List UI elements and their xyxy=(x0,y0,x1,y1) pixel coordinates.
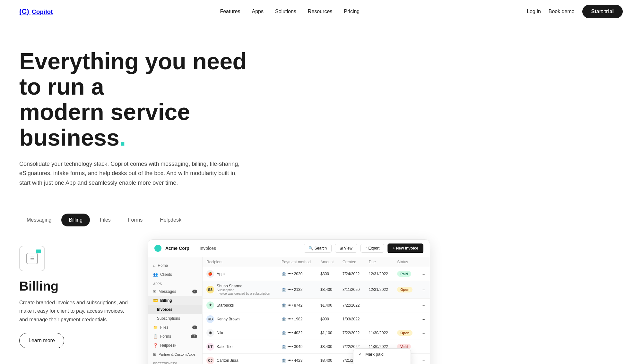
tab-files[interactable]: Files xyxy=(92,214,118,226)
cell-amount: $300 xyxy=(317,267,339,281)
app-sidebar: ⌂ Home 👥 Clients Apps ✉ Messages 4 💳 xyxy=(148,257,203,364)
sidebar-invoices[interactable]: Invoices xyxy=(148,305,202,314)
cell-due xyxy=(365,312,394,326)
sidebar-forms[interactable]: 📋 Forms 12 xyxy=(148,332,202,341)
search-button[interactable]: 🔍 Search xyxy=(304,244,332,253)
helpdesk-icon: ❓ xyxy=(153,343,158,348)
nav-resources[interactable]: Resources xyxy=(308,9,332,14)
nav-right: Log in Book demo Start trial xyxy=(527,5,623,18)
sidebar-subscriptions[interactable]: Subscriptions xyxy=(148,314,202,323)
hero-section: Everything you need to run a modern serv… xyxy=(0,23,449,201)
context-menu: ✓Mark paid↓Download invoice⧉Copy payment… xyxy=(353,348,411,364)
cell-due: 12/31/2022 xyxy=(365,267,394,281)
col-recipient: Recipient xyxy=(203,257,278,267)
table-row: SS Shubh Sharma SubscriptionInvoice was … xyxy=(203,281,430,298)
view-icon: ⊞ xyxy=(340,246,343,250)
tab-messaging[interactable]: Messaging xyxy=(19,214,59,226)
cell-more[interactable]: ··· xyxy=(418,267,430,281)
cell-amount: $8,400 xyxy=(317,340,339,353)
cell-amount: $900 xyxy=(317,312,339,326)
app-screenshot-wrapper: Acme Corp Invoices 🔍 Search ⊞ View ↑ Exp… xyxy=(148,239,430,364)
cell-amount: $8,400 xyxy=(317,281,339,298)
cell-recipient: ★ Starbucks xyxy=(203,298,278,312)
cell-more[interactable]: ··· xyxy=(418,312,430,326)
sidebar-clients[interactable]: 👥 Clients xyxy=(148,270,202,279)
hero-subtext: Consolidate your technology stack. Copil… xyxy=(19,159,244,188)
cell-created: 7/22/2022 xyxy=(339,298,365,312)
billing-chip-icon xyxy=(36,250,41,253)
sidebar-files[interactable]: 📁 Files 4 xyxy=(148,323,202,332)
cell-more[interactable]: ··· xyxy=(418,340,430,353)
cell-more[interactable]: ··· xyxy=(418,281,430,298)
cell-status xyxy=(393,298,418,312)
billing-icon-wrapper: ☰ xyxy=(19,246,45,271)
sidebar-billing[interactable]: 💳 Billing xyxy=(148,296,202,305)
cell-due: 11/30/2022 xyxy=(365,326,394,340)
table-header: Recipient Payment method Amount Created … xyxy=(203,257,430,267)
cell-payment: 🏦 •••• 2132 xyxy=(278,281,317,298)
cell-payment: 🏦 •••• 4032 xyxy=(278,326,317,340)
messages-icon: ✉ xyxy=(153,289,156,294)
nav-solutions[interactable]: Solutions xyxy=(275,9,296,14)
sidebar-helpdesk[interactable]: ❓ Helpdesk xyxy=(148,341,202,350)
billing-icon: 💳 xyxy=(153,298,158,303)
cell-status xyxy=(393,312,418,326)
cell-more[interactable]: ··· xyxy=(418,326,430,340)
book-demo-link[interactable]: Book demo xyxy=(549,9,575,14)
forms-badge: 12 xyxy=(191,334,197,338)
nav-pricing[interactable]: Pricing xyxy=(344,9,360,14)
cell-due xyxy=(365,298,394,312)
cell-payment: 🏦 •••• 2020 xyxy=(278,267,317,281)
cell-recipient: 🍎 Apple xyxy=(203,267,278,281)
table-row: 🍎 Apple 🏦 •••• 2020$3007/24/202212/31/20… xyxy=(203,267,430,281)
cell-amount: $1,100 xyxy=(317,326,339,340)
tab-helpdesk[interactable]: Helpdesk xyxy=(152,214,189,226)
table-row: ★ Starbucks 🏦 •••• 8742$1,4007/22/2022··… xyxy=(203,298,430,312)
logo-icon: (C) xyxy=(19,7,29,15)
tab-forms[interactable]: Forms xyxy=(121,214,150,226)
cell-recipient: KT Katie Tse xyxy=(203,340,278,353)
billing-info: ☰ Billing Create branded invoices and su… xyxy=(19,239,128,348)
files-badge: 4 xyxy=(192,326,197,329)
cell-payment: 🏦 •••• 8742 xyxy=(278,298,317,312)
nav-features[interactable]: Features xyxy=(220,9,240,14)
context-item-icon: ✓ xyxy=(359,352,362,357)
cell-more[interactable]: ··· xyxy=(418,298,430,312)
forms-icon: 📋 xyxy=(153,334,158,339)
cell-created: 7/24/2022 xyxy=(339,267,365,281)
col-actions xyxy=(418,257,430,267)
login-link[interactable]: Log in xyxy=(527,9,541,14)
partner-apps-icon: ⊞ xyxy=(153,352,156,357)
learn-more-button[interactable]: Learn more xyxy=(19,333,64,348)
navbar: (C) Copilot Features Apps Solutions Reso… xyxy=(0,0,642,23)
context-menu-item[interactable]: ✓Mark paid xyxy=(353,349,411,360)
cell-status: Paid xyxy=(393,267,418,281)
col-created: Created xyxy=(339,257,365,267)
tab-billing[interactable]: Billing xyxy=(61,214,90,226)
nav-apps[interactable]: Apps xyxy=(252,9,264,14)
start-trial-button[interactable]: Start trial xyxy=(582,5,623,18)
app-header-right: 🔍 Search ⊞ View ↑ Export + New invoice xyxy=(304,243,423,253)
search-icon: 🔍 xyxy=(308,246,313,250)
sidebar-home[interactable]: ⌂ Home xyxy=(148,261,202,270)
cell-more[interactable]: ··· xyxy=(418,353,430,364)
app-screenshot: Acme Corp Invoices 🔍 Search ⊞ View ↑ Exp… xyxy=(148,239,430,364)
cell-payment: 🏦 •••• 1982 xyxy=(278,312,317,326)
cell-payment: 🏦 •••• 4423 xyxy=(278,353,317,364)
logo[interactable]: (C) Copilot xyxy=(19,7,53,16)
cell-created: 7/22/2022 xyxy=(339,326,365,340)
new-invoice-button[interactable]: + New invoice xyxy=(387,243,423,253)
logo-text: Copilot xyxy=(32,8,53,15)
app-logo xyxy=(154,245,161,252)
sidebar-preferences-section: Preferences xyxy=(148,359,202,364)
sidebar-messages[interactable]: ✉ Messages 4 xyxy=(148,287,202,296)
files-icon: 📁 xyxy=(153,325,158,330)
cell-recipient: SS Shubh Sharma SubscriptionInvoice was … xyxy=(203,281,278,298)
content-section: ☰ Billing Create branded invoices and su… xyxy=(0,226,449,364)
view-button[interactable]: ⊞ View xyxy=(335,244,357,253)
col-due: Due xyxy=(365,257,394,267)
context-menu-item[interactable]: ↓Download invoice xyxy=(353,360,411,364)
export-button[interactable]: ↑ Export xyxy=(360,244,385,253)
sidebar-partner-apps[interactable]: ⊞ Partner & Custom Apps xyxy=(148,350,202,359)
export-icon: ↑ xyxy=(365,246,367,250)
